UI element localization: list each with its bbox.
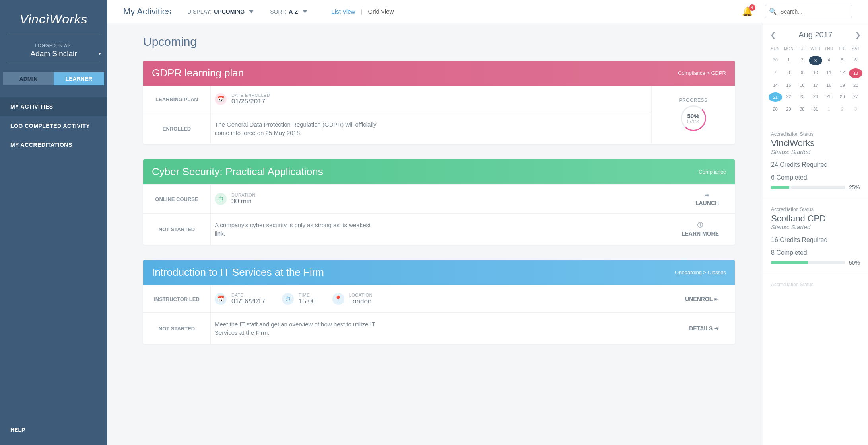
chevron-down-icon [249, 10, 254, 13]
search-icon: 🔍 [769, 8, 777, 15]
activities-list: Upcoming GDPR learning plan Compliance >… [107, 23, 763, 445]
cal-day[interactable]: 10 [809, 67, 822, 80]
progress-bar [771, 261, 845, 264]
cal-dow: SAT [849, 43, 862, 54]
search-box[interactable]: 🔍 [765, 5, 852, 18]
arrow-right-icon: ➔ [714, 325, 719, 332]
accred-required: 24 Credits Required [771, 161, 860, 168]
accred-name: Scotland CPD [771, 213, 860, 224]
cal-day[interactable]: 9 [795, 67, 809, 80]
nav-log-completed[interactable]: LOG COMPLETED ACTIVITY [0, 116, 107, 135]
cal-day[interactable]: 5 [836, 54, 849, 67]
search-input[interactable] [780, 8, 850, 15]
cal-day[interactable]: 12 [836, 67, 849, 80]
cal-day[interactable]: 27 [849, 91, 862, 103]
cal-day[interactable]: 11 [822, 67, 836, 80]
sort-control[interactable]: SORT: A-Z [270, 8, 307, 15]
cal-day[interactable]: 15 [782, 80, 796, 91]
cal-day[interactable]: 4 [822, 54, 836, 67]
row-label: NOT STARTED [143, 313, 211, 344]
cal-prev-button[interactable]: ❮ [770, 31, 776, 39]
share-icon: ➦ [695, 192, 719, 198]
logged-in-label: LOGGED IN AS: [15, 43, 92, 48]
time-label: TIME [299, 293, 316, 297]
accreditation-block[interactable]: Accreditation StatusVinciWorksStatus: St… [763, 123, 868, 198]
accred-status: Status: Started [771, 148, 810, 155]
calendar-header: ❮ Aug 2017 ❯ [763, 23, 868, 43]
cal-day[interactable]: 26 [836, 91, 849, 103]
cal-day[interactable]: 30 [795, 103, 809, 115]
card-title: GDPR learning plan [152, 67, 244, 79]
card-header[interactable]: Introduction to IT Services at the Firm … [143, 260, 735, 285]
card-title: Introduction to IT Services at the Firm [152, 266, 324, 279]
cal-day[interactable]: 7 [769, 67, 782, 80]
card-header[interactable]: GDPR learning plan Compliance > GDPR [143, 61, 735, 86]
sidebar: VincìWorks LOGGED IN AS: Adam Sinclair ▾… [0, 0, 107, 445]
info-icon: ⓘ [682, 222, 719, 229]
date-enrolled-label: DATE ENROLLED [231, 93, 270, 98]
cal-day[interactable]: 6 [849, 54, 862, 67]
learn-more-label: LEARN MORE [682, 230, 719, 237]
calendar-icon: 📅 [215, 93, 227, 105]
calendar-icon: 📅 [215, 293, 227, 305]
cal-day[interactable]: 1 [822, 103, 836, 115]
cal-day[interactable]: 2 [836, 103, 849, 115]
unenrol-button[interactable]: UNENROL ⇤ [677, 296, 727, 302]
card-header[interactable]: Cyber Security: Practical Applications C… [143, 159, 735, 184]
cal-day[interactable]: 3 [809, 56, 822, 65]
cal-day[interactable]: 20 [849, 80, 862, 91]
grid-view-link[interactable]: Grid View [368, 8, 394, 15]
list-view-link[interactable]: List View [332, 8, 355, 15]
progress-ring: 50% 57/114 [681, 105, 706, 131]
cal-day[interactable]: 31 [809, 103, 822, 115]
cal-day[interactable]: 13 [849, 68, 862, 78]
launch-button[interactable]: ➦ LAUNCH [687, 192, 727, 206]
role-learner-button[interactable]: LEARNER [54, 72, 104, 85]
cal-day[interactable]: 8 [782, 67, 796, 80]
cal-dow: FRI [836, 43, 849, 54]
cal-day[interactable]: 21 [769, 92, 782, 102]
location-label: LOCATION [349, 293, 373, 297]
section-title: Upcoming [143, 35, 735, 49]
cal-next-button[interactable]: ❯ [855, 31, 861, 39]
cal-day[interactable]: 24 [809, 91, 822, 103]
chevron-down-icon[interactable]: ▾ [99, 51, 101, 56]
cal-day[interactable]: 16 [795, 80, 809, 91]
card-breadcrumb: Onboarding > Classes [675, 269, 726, 275]
cal-day[interactable]: 23 [795, 91, 809, 103]
cal-day[interactable]: 1 [782, 54, 796, 67]
cal-dow: MON [782, 43, 796, 54]
clock-icon: ⏱ [282, 293, 294, 305]
cal-day[interactable]: 17 [809, 80, 822, 91]
display-control[interactable]: DISPLAY: UPCOMING [187, 8, 254, 15]
details-button[interactable]: DETAILS ➔ [681, 325, 727, 332]
cal-day[interactable]: 19 [836, 80, 849, 91]
cal-day[interactable]: 2 [795, 54, 809, 67]
view-switch: List View | Grid View [332, 8, 398, 15]
cal-day[interactable]: 14 [769, 80, 782, 91]
cal-day[interactable]: 29 [782, 103, 796, 115]
progress-column: PROGRESS 50% 57/114 [651, 86, 735, 144]
row-label: LEARNING PLAN [143, 86, 211, 113]
cal-day[interactable]: 30 [769, 54, 782, 67]
cal-day[interactable]: 18 [822, 80, 836, 91]
progress-sub: 57/114 [687, 119, 699, 124]
nav-my-accreditations[interactable]: MY ACCREDITATIONS [0, 135, 107, 154]
cal-day[interactable]: 22 [782, 91, 796, 103]
cal-day[interactable]: 3 [849, 103, 862, 115]
accred-label: Accreditation Status [771, 207, 814, 212]
logout-icon: ⇤ [714, 296, 719, 302]
nav-my-activities[interactable]: MY ACTIVITIES [0, 97, 107, 116]
accreditation-block[interactable]: Accreditation StatusScotland CPDStatus: … [763, 198, 868, 273]
progress-percent: 25% [849, 184, 860, 191]
notifications-button[interactable]: 🔔 4 [742, 6, 753, 17]
learn-more-button[interactable]: ⓘ LEARN MORE [674, 222, 727, 237]
role-admin-button[interactable]: ADMIN [3, 72, 54, 85]
nav-help[interactable]: HELP [0, 419, 107, 445]
user-block[interactable]: LOGGED IN AS: Adam Sinclair ▾ [7, 35, 100, 62]
cal-day[interactable]: 25 [822, 91, 836, 103]
accred-label: Accreditation Status [771, 282, 814, 287]
progress-label: PROGRESS [679, 98, 707, 103]
cal-day[interactable]: 28 [769, 103, 782, 115]
card-breadcrumb: Compliance [699, 169, 726, 175]
